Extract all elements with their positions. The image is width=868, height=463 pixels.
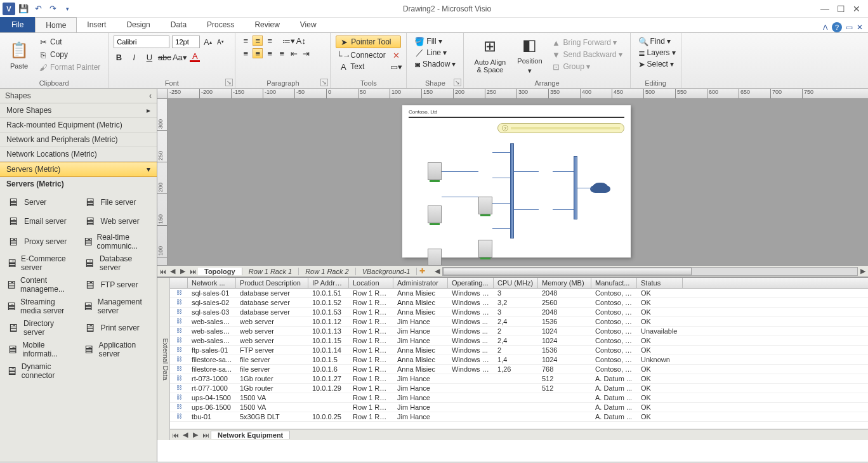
autoalign-button[interactable]: ⊞Auto Align & Space [469, 35, 511, 75]
column-header[interactable]: IP Address [308, 278, 349, 288]
column-header[interactable]: Manufact... [591, 278, 637, 288]
table-row[interactable]: ⛓ups-04-15001500 VARow 1 Rack 1Jim Hance… [170, 393, 868, 403]
column-header[interactable]: Operating... [448, 278, 494, 288]
bullets-icon[interactable]: ≔▾ [284, 36, 294, 46]
next-sheet-button[interactable]: ▶ [190, 431, 201, 439]
column-header[interactable]: Location [349, 278, 393, 288]
text-tool-button[interactable]: AText [336, 61, 367, 72]
shape-item[interactable]: 🖥Content manageme... [3, 275, 78, 295]
shape-item[interactable]: 🖥Database server [79, 253, 155, 273]
shape-item[interactable]: 🖥Print server [79, 318, 155, 338]
align-bottom-icon[interactable]: ≡ [265, 36, 275, 46]
minimize-ribbon-icon[interactable]: ᐱ [823, 23, 828, 32]
server-shape[interactable] [478, 197, 492, 214]
save-icon[interactable]: 💾 [17, 3, 30, 15]
column-header[interactable]: Status [637, 278, 683, 288]
underline-icon[interactable]: U [144, 52, 154, 62]
external-data-table[interactable]: Network ...Product DescriptionIP Address… [170, 278, 868, 429]
shape-dialog-launcher[interactable]: ↘ [454, 79, 461, 86]
shape-item[interactable]: 🖥Proxy server [3, 232, 78, 252]
table-row[interactable]: ⛓web-sales-01web server10.0.1.12Row 1 Ra… [170, 317, 868, 327]
shape-item[interactable]: 🖥Email server [3, 212, 78, 230]
paragraph-dialog-launcher[interactable]: ↘ [320, 79, 328, 86]
page-tab-rack2[interactable]: Row 1 Rack 2 [299, 268, 355, 275]
connector-button[interactable]: └→Connector [336, 49, 388, 61]
group-button[interactable]: ⊡Group ▾ [549, 61, 625, 72]
shape-item[interactable]: 🖥Streaming media server [3, 296, 78, 316]
data-sheet-tab[interactable]: Network Equipment [211, 431, 290, 439]
align-justify-icon[interactable]: ≡ [277, 48, 287, 58]
stencil-servers[interactable]: Servers (Metric)▾ [0, 162, 157, 177]
external-data-tab[interactable]: External Data [157, 278, 170, 440]
column-header[interactable]: CPU (MHz) [494, 278, 538, 288]
new-page-button[interactable]: ✚ [417, 267, 427, 275]
shape-gallery-icon[interactable]: ▭▾ [391, 62, 401, 72]
copy-button[interactable]: ⎘Copy [36, 49, 103, 60]
shape-item[interactable]: 🖥File server [79, 193, 155, 211]
font-name-select[interactable] [114, 36, 169, 48]
column-header[interactable]: Network ... [188, 278, 236, 288]
table-row[interactable]: ⛓rt-073-10001Gb router10.0.1.27Row 1 Rac… [170, 374, 868, 384]
table-row[interactable]: ⛓tbu-015x30GB DLT10.0.0.25Row 1 Rack 1Ji… [170, 412, 868, 422]
format-painter-button[interactable]: 🖌Format Painter [36, 62, 103, 73]
font-size-select[interactable] [172, 36, 200, 48]
font-dialog-launcher[interactable]: ↘ [225, 79, 233, 86]
indent-icon[interactable]: ⇥ [301, 48, 311, 58]
shape-item[interactable]: 🖥Server [3, 193, 78, 211]
stencil-network-periph[interactable]: Network and Peripherals (Metric) [0, 133, 157, 147]
font-color-icon[interactable]: A [190, 52, 200, 62]
find-button[interactable]: 🔍Find ▾ [636, 36, 676, 47]
line-button[interactable]: ／Line ▾ [412, 47, 458, 58]
shape-item[interactable]: 🖥Real-time communic... [79, 232, 155, 252]
table-row[interactable]: ⛓rt-077-10001Gb router10.0.1.29Row 1 Rac… [170, 384, 868, 393]
bold-icon[interactable]: B [114, 52, 124, 62]
table-row[interactable]: ⛓filestore-sa...file server10.0.1.5Row 1… [170, 355, 868, 365]
redo-icon[interactable]: ↷ [46, 3, 59, 15]
paste-button[interactable]: 📋 Paste [5, 39, 33, 71]
server-shape[interactable] [478, 240, 492, 258]
layers-button[interactable]: ≣Layers ▾ [636, 47, 676, 58]
prev-page-button[interactable]: ◀ [168, 267, 178, 275]
shape-item[interactable]: 🖥Mobile informati... [3, 339, 78, 360]
prev-sheet-button[interactable]: ◀ [180, 431, 190, 439]
more-shapes-item[interactable]: More Shapes▸ [0, 103, 157, 118]
tab-review[interactable]: Review [244, 17, 289, 32]
shape-item[interactable]: 🖥FTP server [79, 275, 155, 295]
align-middle-icon[interactable]: ≡ [253, 36, 263, 46]
rack-shape[interactable] [428, 205, 442, 223]
tab-design[interactable]: Design [116, 17, 160, 32]
last-page-button[interactable]: ⏭ [188, 268, 198, 275]
shape-item[interactable]: 🖥Directory server [3, 318, 78, 338]
table-row[interactable]: ⛓web-sales-02web server10.0.1.13Row 1 Ra… [170, 327, 868, 336]
shape-item[interactable]: 🖥E-Commerce server [3, 253, 78, 273]
send-backward-button[interactable]: ▼Send Backward ▾ [549, 49, 625, 60]
page-tab-rack1[interactable]: Row 1 Rack 1 [242, 268, 299, 275]
table-row[interactable]: ⛓sql-sales-03database server10.0.1.53Row… [170, 308, 868, 317]
help-icon[interactable]: ? [832, 22, 842, 32]
strike-icon[interactable]: abc [159, 52, 169, 62]
grow-font-icon[interactable]: A▴ [202, 37, 213, 47]
align-center-icon[interactable]: ≡ [253, 48, 263, 58]
table-row[interactable]: ⛓ftp-sales-01FTP server10.0.1.14Row 1 Ra… [170, 346, 868, 355]
table-row[interactable]: ⛓web-sales-03web server10.0.1.15Row 1 Ra… [170, 336, 868, 346]
align-top-icon[interactable]: ≡ [240, 36, 251, 46]
drawing-page[interactable]: Contoso, Ltd ? [402, 105, 631, 258]
visio-app-icon[interactable]: V [3, 3, 15, 15]
bring-forward-button[interactable]: ▲Bring Forward ▾ [549, 37, 625, 48]
window-options-icon[interactable]: ▭ [846, 23, 853, 32]
file-tab[interactable]: File [0, 17, 35, 32]
tab-home[interactable]: Home [35, 17, 77, 32]
table-row[interactable]: ⛓sql-sales-01database server10.0.1.51Row… [170, 289, 868, 298]
case-icon[interactable]: Aa▾ [174, 52, 185, 62]
column-header[interactable]: Product Description [236, 278, 308, 288]
connector-bar[interactable] [510, 143, 514, 238]
text-direction-icon[interactable]: A↕ [296, 36, 306, 46]
shape-item[interactable]: 🖥Application server [79, 339, 155, 360]
italic-icon[interactable]: I [129, 52, 139, 62]
page-tab-vbackground[interactable]: VBackground-1 [356, 268, 418, 275]
collapse-shapes-icon[interactable]: ‹ [149, 91, 152, 100]
horizontal-scrollbar[interactable]: ◀ ▶ [432, 267, 868, 276]
cloud-shape[interactable] [593, 183, 608, 193]
column-header[interactable] [170, 278, 188, 288]
minimize-button[interactable]: — [820, 4, 829, 14]
